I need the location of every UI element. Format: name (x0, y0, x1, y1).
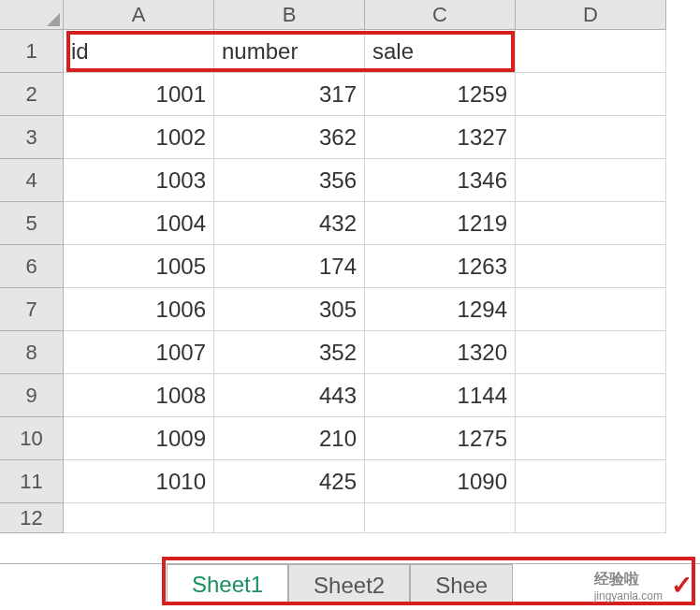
cell-a1[interactable]: id (64, 30, 214, 73)
cell-c4[interactable]: 1346 (365, 159, 516, 202)
table-row: 12 (0, 503, 700, 533)
cell-c1[interactable]: sale (365, 30, 516, 73)
cell-d2[interactable] (516, 73, 666, 116)
cell-a8[interactable]: 1007 (64, 331, 214, 374)
table-row: 10 1009 210 1275 (0, 417, 700, 460)
select-all-corner[interactable] (0, 0, 64, 30)
cell-b11[interactable]: 425 (214, 460, 365, 503)
cell-d6[interactable] (516, 245, 666, 288)
column-header-b[interactable]: B (214, 0, 365, 30)
cell-d5[interactable] (516, 202, 666, 245)
cell-d4[interactable] (516, 159, 666, 202)
row-header-1[interactable]: 1 (0, 30, 64, 73)
row-header-8[interactable]: 8 (0, 331, 64, 374)
table-row: 7 1006 305 1294 (0, 288, 700, 331)
cell-a12[interactable] (64, 503, 214, 533)
watermark-bottom: jingyanla.com (594, 589, 663, 603)
column-header-d[interactable]: D (516, 0, 666, 30)
table-row: 11 1010 425 1090 (0, 460, 700, 503)
cell-a6[interactable]: 1005 (64, 245, 214, 288)
table-row: 5 1004 432 1219 (0, 202, 700, 245)
row-header-9[interactable]: 9 (0, 374, 64, 417)
table-row: 2 1001 317 1259 (0, 73, 700, 116)
cell-b10[interactable]: 210 (214, 417, 365, 460)
cell-c3[interactable]: 1327 (365, 116, 516, 159)
cell-c11[interactable]: 1090 (365, 460, 516, 503)
cell-b8[interactable]: 352 (214, 331, 365, 374)
cell-b7[interactable]: 305 (214, 288, 365, 331)
cell-a10[interactable]: 1009 (64, 417, 214, 460)
row-header-3[interactable]: 3 (0, 116, 64, 159)
tab-sheet3[interactable]: Shee (410, 564, 513, 605)
cell-d10[interactable] (516, 417, 666, 460)
row-header-7[interactable]: 7 (0, 288, 64, 331)
column-header-c[interactable]: C (365, 0, 516, 30)
cell-b9[interactable]: 443 (214, 374, 365, 417)
row-header-6[interactable]: 6 (0, 245, 64, 288)
cell-c6[interactable]: 1263 (365, 245, 516, 288)
cell-b6[interactable]: 174 (214, 245, 365, 288)
cell-a3[interactable]: 1002 (64, 116, 214, 159)
cell-c5[interactable]: 1219 (365, 202, 516, 245)
table-row: 9 1008 443 1144 (0, 374, 700, 417)
cell-d11[interactable] (516, 460, 666, 503)
cell-b1[interactable]: number (214, 30, 365, 73)
cell-a4[interactable]: 1003 (64, 159, 214, 202)
tab-sheet1[interactable]: Sheet1 (167, 564, 288, 605)
cell-a5[interactable]: 1004 (64, 202, 214, 245)
cell-a2[interactable]: 1001 (64, 73, 214, 116)
cell-c10[interactable]: 1275 (365, 417, 516, 460)
table-row: 1 id number sale (0, 30, 700, 73)
sheet-tabs: Sheet1 Sheet2 Shee (167, 564, 513, 605)
watermark: 经验啦 jingyanla.com (594, 570, 663, 603)
cell-c8[interactable]: 1320 (365, 331, 516, 374)
row-header-10[interactable]: 10 (0, 417, 64, 460)
cell-d9[interactable] (516, 374, 666, 417)
cell-c9[interactable]: 1144 (365, 374, 516, 417)
cell-b2[interactable]: 317 (214, 73, 365, 116)
row-header-5[interactable]: 5 (0, 202, 64, 245)
table-row: 8 1007 352 1320 (0, 331, 700, 374)
watermark-top: 经验啦 (594, 570, 663, 589)
cell-a7[interactable]: 1006 (64, 288, 214, 331)
row-header-4[interactable]: 4 (0, 159, 64, 202)
column-header-row: A B C D (0, 0, 700, 30)
cell-b4[interactable]: 356 (214, 159, 365, 202)
cell-c2[interactable]: 1259 (365, 73, 516, 116)
cell-d7[interactable] (516, 288, 666, 331)
cell-d1[interactable] (516, 30, 666, 73)
cell-a9[interactable]: 1008 (64, 374, 214, 417)
cell-b5[interactable]: 432 (214, 202, 365, 245)
column-header-a[interactable]: A (64, 0, 214, 30)
cell-d12[interactable] (516, 503, 666, 533)
table-row: 3 1002 362 1327 (0, 116, 700, 159)
table-row: 6 1005 174 1263 (0, 245, 700, 288)
row-header-2[interactable]: 2 (0, 73, 64, 116)
cell-b12[interactable] (214, 503, 365, 533)
row-header-11[interactable]: 11 (0, 460, 64, 503)
tab-sheet2[interactable]: Sheet2 (288, 564, 410, 605)
spreadsheet-grid: A B C D 1 id number sale 2 1001 317 1259… (0, 0, 700, 533)
row-header-12[interactable]: 12 (0, 503, 64, 533)
cell-d8[interactable] (516, 331, 666, 374)
checkmark-annotation: ✓ (671, 570, 693, 601)
cell-c12[interactable] (365, 503, 516, 533)
cell-b3[interactable]: 362 (214, 116, 365, 159)
cell-c7[interactable]: 1294 (365, 288, 516, 331)
table-row: 4 1003 356 1346 (0, 159, 700, 202)
cell-d3[interactable] (516, 116, 666, 159)
cell-a11[interactable]: 1010 (64, 460, 214, 503)
